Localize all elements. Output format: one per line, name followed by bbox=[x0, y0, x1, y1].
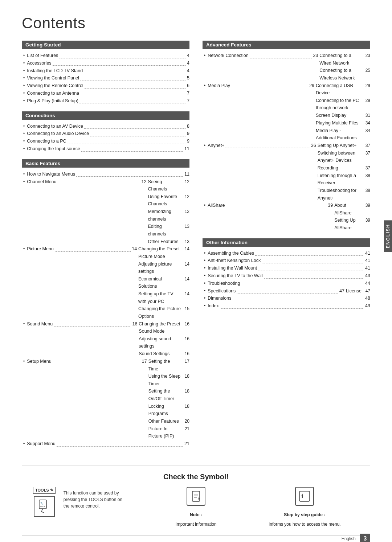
sub-list-item: License47 bbox=[344, 287, 370, 295]
sub-list-item: Connecting to a Wireless Network25 bbox=[318, 67, 370, 82]
sub-list-item: Connecting to a Wired Network23 bbox=[318, 52, 370, 67]
sub-list-item: Memorizing channels12 bbox=[146, 208, 189, 223]
entry-label: Viewing the Control Panel bbox=[27, 74, 79, 82]
sub-list-item: Changing the Picture Options15 bbox=[137, 305, 189, 320]
content-area: Getting Started List of Features4 Access… bbox=[22, 41, 370, 454]
note-label: Note : bbox=[190, 512, 202, 517]
note-symbol-item: Note : Important information bbox=[142, 487, 250, 527]
list-item: Securing the TV to the Wall43 bbox=[203, 272, 370, 280]
sub-list-item: Adjusting sound settings16 bbox=[137, 335, 189, 350]
sub-list-item: Setting the Time17 bbox=[147, 358, 189, 373]
sub-list-item: About AllShare39 bbox=[333, 202, 370, 217]
section-connections: Connections Connecting to an AV Device8 … bbox=[22, 111, 189, 153]
svg-text:ℹ: ℹ bbox=[301, 493, 303, 499]
note-description: Important information bbox=[175, 522, 216, 527]
list-item: Channel Menu12 Seeing Channels12 Using F… bbox=[22, 178, 189, 246]
list-item: Sound Menu16 Changing the Preset Sound M… bbox=[22, 320, 189, 358]
entry-label: Network Connection bbox=[208, 52, 249, 59]
list-item: AllShare39 About AllShare39 Setting Up A… bbox=[203, 202, 370, 232]
list-item: List of Features4 bbox=[22, 52, 189, 59]
section-header-other-information: Other Information bbox=[203, 238, 370, 247]
guide-symbol-item: ℹ Step by step guide : Informs you how t… bbox=[250, 487, 359, 527]
list-item: Connecting to an Antenna7 bbox=[22, 90, 189, 97]
sub-list-item: Setting Up Anynet+37 bbox=[316, 142, 370, 149]
entry-label: Dimensions bbox=[208, 295, 231, 302]
sub-list-item: Screen Display31 bbox=[314, 112, 370, 119]
list-item: Dimensions48 bbox=[203, 295, 370, 302]
entry-label: Index bbox=[208, 302, 219, 310]
list-item: Connecting to a PC9 bbox=[22, 137, 189, 145]
list-item: Installing the LCD TV Stand4 bbox=[22, 67, 189, 75]
list-item: Specifications47 License47 bbox=[203, 287, 370, 295]
sub-list-item: Setting up the TV with your PC14 bbox=[137, 290, 189, 305]
check-symbol-section: Check the Symbol! TOOLS ✎ 🔧 TOOLS bbox=[22, 465, 370, 536]
sub-list-item: Seeing Channels12 bbox=[146, 178, 189, 193]
list-item: Picture Menu14 Changing the Preset Pictu… bbox=[22, 245, 189, 320]
sub-list-item: Setting Up AllShare39 bbox=[333, 217, 370, 231]
section-header-getting-started: Getting Started bbox=[22, 41, 189, 49]
guide-svg-icon: ℹ bbox=[298, 490, 311, 502]
list-item: Installing the Wall Mount41 bbox=[203, 264, 370, 272]
entry-label: Accessories bbox=[27, 59, 51, 67]
english-tab: ENGLISH bbox=[384, 220, 392, 252]
entry-label: Installing the LCD TV Stand bbox=[27, 67, 83, 75]
svg-line-4 bbox=[41, 512, 44, 513]
guide-icon: ℹ bbox=[295, 487, 314, 506]
entry-label: List of Features bbox=[27, 52, 58, 59]
entry-label: Setup Menu bbox=[27, 358, 51, 365]
list-item: Changing the Input source11 bbox=[22, 145, 189, 153]
entry-label: Anynet+ bbox=[208, 142, 224, 149]
entry-label: Media Play bbox=[208, 82, 230, 90]
list-item: Setup Menu17 Setting the Time17 Using th… bbox=[22, 358, 189, 440]
sub-list-item: Sound Settings16 bbox=[137, 350, 189, 358]
list-item: Index49 bbox=[203, 302, 370, 310]
footer: English 3 bbox=[342, 534, 370, 542]
sub-list-item: Locking Programs18 bbox=[147, 403, 189, 418]
sub-list-item: Playing Multiple Files34 bbox=[314, 119, 370, 127]
entry-label: Changing the Input source bbox=[27, 145, 80, 153]
sub-list-item: Changing the Preset Sound Mode16 bbox=[137, 320, 189, 335]
page: Contents Getting Started List of Feature… bbox=[0, 0, 392, 542]
entry-label: Channel Menu bbox=[27, 178, 56, 186]
section-advanced-features: Advanced Features Network Connection23 C… bbox=[203, 41, 370, 232]
svg-line-3 bbox=[41, 509, 43, 512]
list-item: Network Connection23 Connecting to a Wir… bbox=[203, 52, 370, 82]
entry-label: Connecting to an AV Device bbox=[27, 123, 83, 130]
sub-list-item: Using the Sleep Timer18 bbox=[147, 373, 189, 387]
list-item: Anti-theft Kensington Lock41 bbox=[203, 257, 370, 264]
sub-list-item: Adjusting picture settings14 bbox=[137, 260, 189, 275]
list-item: Viewing the Remote Control6 bbox=[22, 82, 189, 90]
section-header-basic-features: Basic Features bbox=[22, 159, 189, 168]
tools-svg-icon: 🔧 TOOLS bbox=[38, 499, 51, 514]
svg-text:🔧: 🔧 bbox=[40, 502, 44, 505]
guide-description: Informs you how to access the menu. bbox=[269, 522, 341, 527]
list-item: Assembling the Cables41 bbox=[203, 250, 370, 257]
section-header-connections: Connections bbox=[22, 111, 189, 120]
entry-label: Assembling the Cables bbox=[208, 250, 254, 257]
footer-lang: English bbox=[342, 536, 356, 541]
tools-icon: 🔧 TOOLS bbox=[34, 496, 55, 517]
entry-label: Viewing the Remote Control bbox=[27, 82, 83, 90]
list-item: Plug & Play (Initial Setup)7 bbox=[22, 97, 189, 105]
entry-label: Plug & Play (Initial Setup) bbox=[27, 97, 78, 105]
sub-list-item: Media Play - Additional Functions34 bbox=[314, 127, 370, 142]
sub-list-item: Other Features13 bbox=[146, 238, 189, 246]
sub-list-item: Economical Solutions14 bbox=[137, 275, 189, 290]
sub-list-item: Changing the Preset Picture Mode14 bbox=[137, 245, 189, 260]
entry-label: Installing the Wall Mount bbox=[208, 264, 257, 272]
sub-list-item: Connecting a USB Device29 bbox=[314, 82, 370, 97]
note-icon bbox=[187, 487, 205, 506]
entry-label: Picture Menu bbox=[27, 245, 54, 253]
list-item: Connecting to an AV Device8 bbox=[22, 123, 189, 130]
list-item: Anynet+36 Setting Up Anynet+37 Switching… bbox=[203, 142, 370, 202]
tools-symbol-item: TOOLS ✎ 🔧 TOOLS This function can be use… bbox=[33, 487, 142, 517]
section-basic-features: Basic Features How to Navigate Menus11 C… bbox=[22, 159, 189, 448]
list-item: Connecting to an Audio Device9 bbox=[22, 130, 189, 137]
note-svg-icon bbox=[190, 490, 202, 502]
list-item: Media Play29 Connecting a USB Device29 C… bbox=[203, 82, 370, 142]
right-column: Advanced Features Network Connection23 C… bbox=[203, 41, 370, 454]
sub-list-item: Listening through a Receiver38 bbox=[316, 172, 370, 187]
sub-list-item: Setting the On/Off Timer18 bbox=[147, 387, 189, 402]
page-number: 3 bbox=[360, 534, 370, 542]
sub-list-item: Connecting to the PC through network29 bbox=[314, 97, 370, 112]
